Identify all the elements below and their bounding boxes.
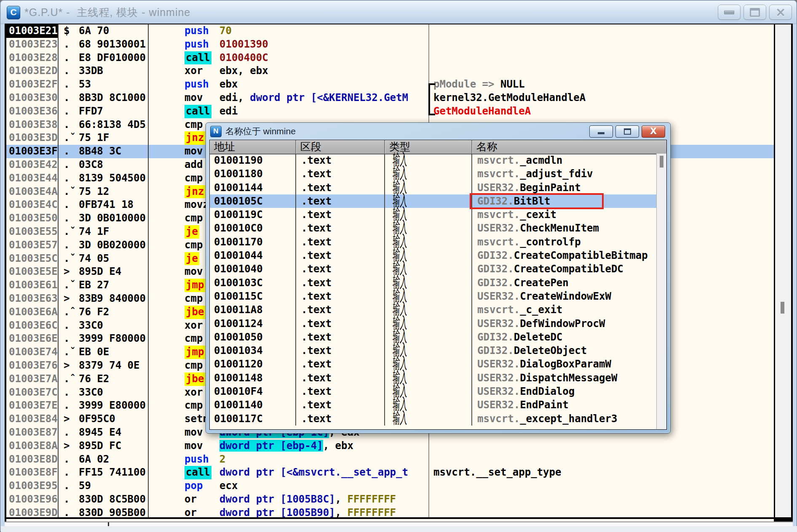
function-name: CreateCompatibleBitmap [514,250,648,261]
module-prefix: GDI32. [477,345,514,356]
bytes-cell: 8B3D 8C10000 [79,91,146,105]
address-cell: 01003E8A [6,439,58,453]
disasm-row[interactable]: 01003E28.E8 DF010000call0100400C [6,51,774,65]
minimize-icon [598,132,604,134]
dialog-titlebar[interactable]: N 名称位于 winmine [210,125,296,137]
names-table-row[interactable]: 010010F4.text输入USER32.EndDialog [210,385,657,398]
disasm-row[interactable]: 01003E23.68 90130001push01001390 [6,38,774,51]
function-name: _acmdln [520,154,562,166]
names-table-row[interactable]: 010011A8.text输入msvcrt._c_exit [210,303,657,317]
bytes-cell: 68 90130001 [79,38,146,51]
bytes-cell: 6A 70 [79,24,146,38]
dialog-maximize-button[interactable] [615,125,639,138]
column-separator[interactable] [58,24,59,517]
operand-cell: edi, dword ptr [<&KERNEL32.GetM [219,91,408,105]
disasm-row[interactable]: 01003E30.8B3D 8C10000movedi, dword ptr [… [6,91,774,105]
section-cell: .text [296,181,385,194]
names-table-row[interactable]: 01001148.text输入USER32.DispatchMessageW [210,371,657,385]
header-name[interactable]: 名称 [472,140,666,154]
disassembly-scrollbar[interactable] [775,24,791,517]
name-address-cell: 01001034 [210,344,296,357]
disasm-row[interactable]: 01003E8A>895D FCmovdword ptr [ebp-4], eb… [6,439,774,453]
bottom-pane-divider[interactable] [108,522,109,526]
names-table-header: 地址 区段 类型 名称 [210,140,666,154]
names-table-row[interactable]: 01001050.text输入GDI32.DeleteDC [210,330,657,344]
names-table-row[interactable]: 01001140.text输入USER32.EndPaint [210,398,657,412]
address-cell: 01003E23 [6,38,58,51]
names-table-row[interactable]: 01001180.text输入msvcrt._adjust_fdiv [210,167,657,181]
module-prefix: msvcrt. [477,168,520,180]
close-button[interactable]: × [769,5,792,20]
disasm-row[interactable]: 01003E2F.53pushebxpModule => NULL [6,78,774,91]
names-table-row[interactable]: 01001124.text输入USER32.DefWindowProcW [210,317,657,330]
disasm-row[interactable]: 01003E21$6A 70push70 [6,24,774,38]
name-address-cell: 01001120 [210,357,296,371]
text-segment: NULL [500,78,525,90]
names-table-row[interactable]: 0100103C.text输入GDI32.CreatePen [210,276,657,290]
header-section[interactable]: 区段 [296,140,385,154]
analysis-prefix: . [64,332,78,346]
symbol-name-cell: msvcrt._except_handler3 [472,412,657,426]
maximize-icon [750,8,760,17]
close-icon: X [650,127,657,136]
annotation-red-box [470,193,604,209]
name-address-cell: 01001180 [210,167,296,181]
module-prefix: msvcrt. [477,304,520,316]
address-cell: 01003E55 [6,225,58,239]
symbol-name-cell: msvcrt._acmdln [472,154,657,167]
section-cell: .text [296,276,385,290]
mnemonic-cell: mov [185,145,203,158]
names-table-row[interactable]: 01001120.text输入USER32.DialogBoxParamW [210,357,657,371]
text-segment: , [335,493,348,505]
names-table-row[interactable]: 01001144.text输入USER32.BeginPaint [210,181,657,194]
names-table-row[interactable]: 010010C0.text输入USER32.CheckMenuItem [210,221,657,235]
disasm-row[interactable]: 01003E95.59popecx [6,479,774,493]
disasm-row[interactable]: 01003E8F.FF15 7411000calldword ptr [<&ms… [6,466,774,479]
bytes-cell: 59 [79,479,146,493]
disasm-row[interactable]: 01003E36.FFD7callediGetModuleHandleA [6,105,774,118]
symbol-name-cell: USER32.DefWindowProcW [472,317,657,330]
minimize-button[interactable] [718,5,741,20]
bytes-cell: 75 1F [79,131,146,145]
disasm-row[interactable]: 01003E96.830D 8C5B000ordword ptr [1005B8… [6,493,774,506]
module-prefix: USER32. [477,222,520,234]
function-name: _c_exit [520,304,562,316]
disasm-row[interactable]: 01003E8D.6A 02push2 [6,453,774,466]
symbol-name-cell: USER32.DispatchMessageW [472,371,657,385]
names-table-row[interactable]: 01001040.text输入GDI32.CreateCompatibleDC [210,262,657,276]
bytes-cell: 3999 F800000 [79,332,146,346]
window-titlebar[interactable]: C *G.P.U* - 主线程, 模块 - winmine × [1,1,796,24]
dialog-minimize-button[interactable] [589,125,613,138]
dialog-close-button[interactable]: X [642,125,665,138]
maximize-button[interactable] [744,5,766,20]
names-table-row[interactable]: 0100105C.text输入GDI32.BitBlt [210,194,657,208]
names-dialog: N 名称位于 winmine X 地址 区段 类型 名称 01001190.t [206,122,671,434]
address-cell: 01003E5E [6,265,58,279]
names-table-row[interactable]: 0100115C.text输入USER32.CreateWindowExW [210,290,657,303]
disasm-row[interactable]: 01003E2D.33DBxorebx, ebx [6,64,774,78]
analysis-prefix: > [64,412,78,426]
section-cell: .text [296,249,385,262]
section-cell: .text [296,330,385,344]
names-table-row[interactable]: 01001034.text输入GDI32.DeleteObject [210,344,657,357]
column-separator[interactable] [148,24,149,517]
names-table-row[interactable]: 01001044.text输入GDI32.CreateCompatibleBit… [210,249,657,262]
section-cell: .text [296,398,385,412]
section-cell: .text [296,357,385,371]
names-table-row[interactable]: 01001170.text输入msvcrt._controlfp [210,235,657,249]
scrollbar-thumb[interactable] [660,156,663,168]
header-address[interactable]: 地址 [210,140,296,154]
address-cell: 01003E7E [6,399,58,412]
disasm-row[interactable]: 01003E9D.830D 905B000ordword ptr [1005B9… [6,506,774,517]
mnemonic-cell: xor [185,64,203,78]
names-table-row[interactable]: 01001190.text输入msvcrt._acmdln [210,154,657,167]
scrollbar-thumb[interactable] [781,302,784,314]
mnemonic-cell: or [185,506,197,517]
names-table-row[interactable]: 0100119C.text输入msvcrt._cexit [210,208,657,221]
operand-cell: 2 [219,453,225,466]
symbol-name-cell: msvcrt._controlfp [472,235,657,249]
names-table-row[interactable]: 0100117C.text输入msvcrt._except_handler3 [210,412,657,426]
module-prefix: msvcrt. [477,236,520,248]
mnemonic-cell: jmp [185,346,205,359]
dialog-scrollbar[interactable] [656,154,666,429]
